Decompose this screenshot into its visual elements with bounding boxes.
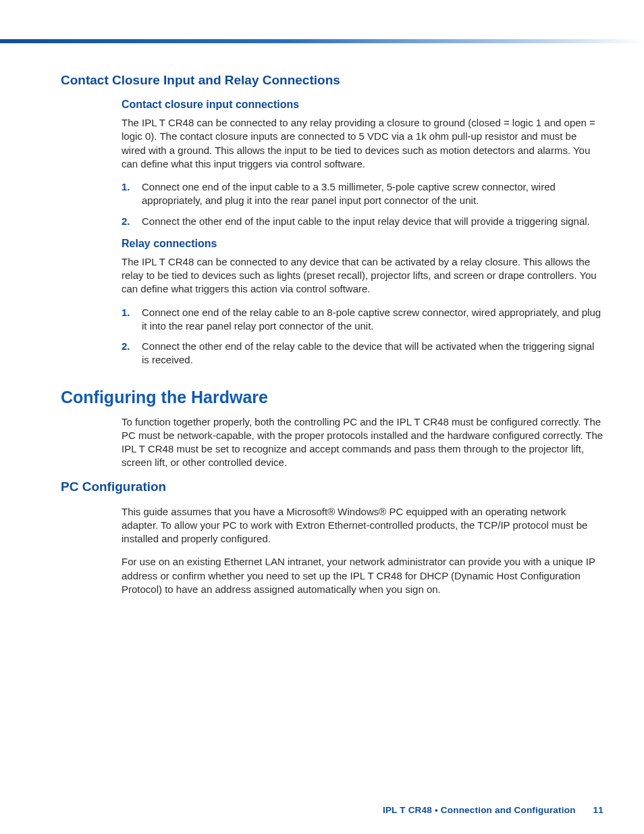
footer-page-number: 11	[593, 805, 603, 815]
step-item: Connect the other end of the input cable…	[122, 215, 603, 228]
subheading-input-connections: Contact closure input connections	[122, 99, 603, 111]
section-configuring-hardware: To function together properly, both the …	[122, 415, 603, 470]
heading-configuring-hardware: Configuring the Hardware	[61, 388, 603, 407]
steps-relay-connections: Connect one end of the relay cable to an…	[122, 306, 603, 367]
para-pc-config-1: This guide assumes that you have a Micro…	[122, 505, 603, 546]
step-item: Connect one end of the relay cable to an…	[122, 306, 603, 334]
page-content: Contact Closure Input and Relay Connecti…	[61, 73, 603, 606]
header-accent-bar	[0, 39, 644, 43]
step-item: Connect the other end of the relay cable…	[122, 340, 603, 367]
heading-contact-closure: Contact Closure Input and Relay Connecti…	[61, 73, 603, 88]
page-footer: IPL T CR48 • Connection and Configuratio…	[383, 805, 603, 815]
section-contact-closure-input: Contact closure input connections The IP…	[122, 99, 603, 367]
para-relay-description: The IPL T CR48 can be connected to any d…	[122, 255, 603, 296]
subheading-relay-connections: Relay connections	[122, 238, 603, 250]
footer-title: IPL T CR48 • Connection and Configuratio…	[383, 805, 576, 815]
para-pc-config-2: For use on an existing Ethernet LAN intr…	[122, 555, 603, 596]
steps-input-connections: Connect one end of the input cable to a …	[122, 180, 603, 228]
para-configuring-intro: To function together properly, both the …	[122, 415, 603, 470]
para-input-description: The IPL T CR48 can be connected to any r…	[122, 116, 603, 171]
section-pc-configuration: This guide assumes that you have a Micro…	[122, 505, 603, 597]
heading-pc-configuration: PC Configuration	[61, 479, 603, 494]
step-item: Connect one end of the input cable to a …	[122, 180, 603, 208]
